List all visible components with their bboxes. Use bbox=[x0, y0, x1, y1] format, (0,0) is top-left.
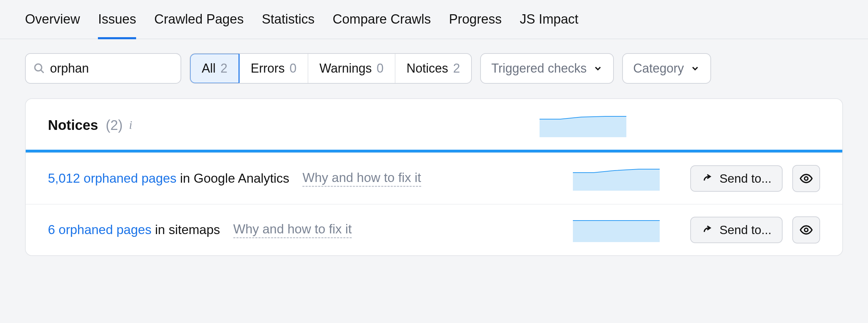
notice-row: 5,012 orphaned pages in Google Analytics… bbox=[26, 152, 842, 204]
filter-count: 2 bbox=[453, 61, 460, 76]
tab-compare-crawls[interactable]: Compare Crawls bbox=[333, 12, 431, 39]
tabs-nav: Overview Issues Crawled Pages Statistics… bbox=[0, 0, 868, 39]
search-box[interactable] bbox=[25, 53, 181, 84]
filter-all[interactable]: All 2 bbox=[190, 53, 240, 84]
sparkline bbox=[573, 218, 660, 242]
search-input[interactable] bbox=[45, 61, 211, 76]
fix-link[interactable]: Why and how to fix it bbox=[233, 222, 352, 238]
panel-accent-bar bbox=[26, 150, 842, 152]
panel-title: Notices bbox=[48, 117, 98, 133]
filter-count: 2 bbox=[220, 61, 227, 76]
filter-count: 0 bbox=[377, 61, 384, 76]
eye-icon bbox=[799, 223, 813, 237]
filter-label: All bbox=[202, 61, 216, 76]
dropdown-label: Category bbox=[633, 61, 684, 76]
search-icon bbox=[33, 63, 45, 74]
fix-link[interactable]: Why and how to fix it bbox=[302, 171, 421, 187]
view-button[interactable] bbox=[792, 216, 820, 243]
tab-js-impact[interactable]: JS Impact bbox=[520, 12, 578, 39]
share-arrow-icon bbox=[701, 224, 713, 236]
tab-statistics[interactable]: Statistics bbox=[262, 12, 315, 39]
chevron-down-icon bbox=[593, 64, 603, 73]
dropdown-label: Triggered checks bbox=[491, 61, 587, 76]
severity-filter: All 2 Errors 0 Warnings 0 Notices 2 bbox=[190, 53, 472, 84]
category-dropdown[interactable]: Category bbox=[622, 53, 711, 84]
send-to-label: Send to... bbox=[719, 223, 771, 237]
filter-toolbar: All 2 Errors 0 Warnings 0 Notices 2 Trig… bbox=[0, 39, 868, 92]
filter-label: Warnings bbox=[319, 61, 372, 76]
issue-context: in sitemaps bbox=[151, 223, 220, 237]
svg-point-4 bbox=[804, 177, 808, 180]
svg-point-5 bbox=[804, 228, 808, 232]
notice-row: 6 orphaned pages in sitemaps Why and how… bbox=[26, 204, 842, 255]
tab-issues[interactable]: Issues bbox=[98, 12, 136, 39]
send-to-button[interactable]: Send to... bbox=[690, 165, 783, 192]
send-to-button[interactable]: Send to... bbox=[690, 217, 783, 243]
filter-count: 0 bbox=[290, 61, 297, 76]
chevron-down-icon bbox=[690, 64, 700, 73]
sparkline bbox=[573, 166, 660, 191]
tab-crawled-pages[interactable]: Crawled Pages bbox=[154, 12, 244, 39]
notices-header: Notices (2) i bbox=[26, 99, 842, 150]
issue-link[interactable]: 5,012 orphaned pages bbox=[48, 171, 176, 185]
info-icon[interactable]: i bbox=[129, 118, 132, 132]
tab-overview[interactable]: Overview bbox=[25, 12, 80, 39]
notices-panel: Notices (2) i 5,012 orphaned pages in Go… bbox=[25, 98, 843, 256]
filter-label: Errors bbox=[251, 61, 285, 76]
svg-line-1 bbox=[41, 70, 44, 73]
triggered-checks-dropdown[interactable]: Triggered checks bbox=[480, 53, 614, 84]
svg-point-0 bbox=[35, 64, 42, 71]
eye-icon bbox=[799, 172, 813, 185]
share-arrow-icon bbox=[701, 173, 713, 184]
issue-link[interactable]: 6 orphaned pages bbox=[48, 223, 151, 237]
filter-label: Notices bbox=[407, 61, 448, 76]
filter-errors[interactable]: Errors 0 bbox=[240, 54, 308, 83]
panel-count: (2) bbox=[106, 117, 123, 133]
tab-progress[interactable]: Progress bbox=[449, 12, 502, 39]
issue-context: in Google Analytics bbox=[176, 171, 289, 185]
filter-warnings[interactable]: Warnings 0 bbox=[308, 54, 395, 83]
sparkline bbox=[540, 113, 626, 137]
send-to-label: Send to... bbox=[719, 172, 771, 185]
filter-notices[interactable]: Notices 2 bbox=[395, 54, 471, 83]
view-button[interactable] bbox=[792, 165, 820, 192]
